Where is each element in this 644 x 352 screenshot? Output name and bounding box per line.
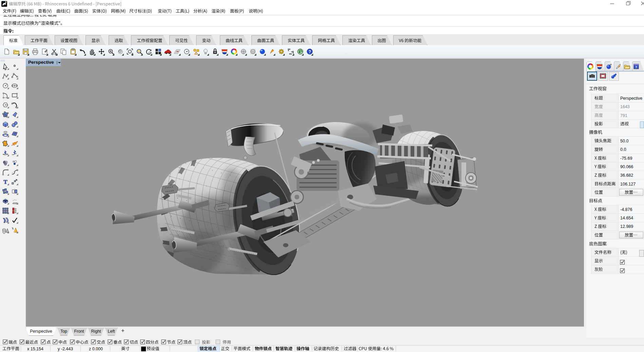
svg-text:T: T [3, 179, 7, 185]
